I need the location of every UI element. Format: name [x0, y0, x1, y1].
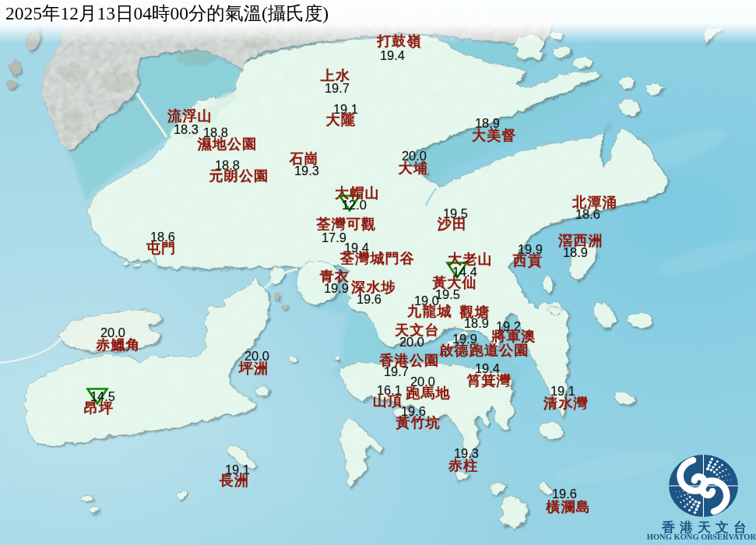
station-name: 大埔 [399, 159, 428, 178]
station-name: 滘西洲 [558, 231, 603, 250]
station-name: 大老山 [448, 250, 493, 269]
logo-halftone-dot [716, 473, 719, 476]
logo-halftone-dot [676, 491, 677, 492]
station-name: 天文台 [395, 321, 440, 339]
logo-halftone-dot [688, 509, 691, 512]
logo-halftone-dot [719, 472, 721, 473]
logo-halftone-dot [720, 480, 721, 481]
logo-halftone-dot [716, 469, 718, 471]
logo-halftone-dot [709, 461, 712, 464]
logo-halftone-dot [711, 458, 714, 461]
logo-halftone-dot [716, 460, 719, 462]
station-name: 赤鱲角 [96, 336, 141, 354]
logo-halftone-dot [679, 491, 680, 492]
station-name: 筲箕灣 [466, 371, 512, 390]
logo-halftone-dot [684, 494, 685, 496]
logo-halftone-dot [723, 480, 724, 481]
station-name: 黃竹坑 [396, 413, 441, 432]
weather-map: 2025年12月13日04時00分的氣溫(攝氏度) 19.4打鼓嶺19.7上水1… [0, 0, 756, 545]
logo-halftone-dot [698, 501, 701, 505]
station-name: 坪洲 [239, 359, 269, 378]
station-name: 觀塘 [460, 303, 490, 322]
logo-halftone-dot [730, 480, 731, 480]
station-name: 西貢 [513, 251, 543, 270]
station-name: 大帽山 [335, 184, 380, 202]
logo-halftone-dot [680, 501, 681, 503]
station-name: 青衣 [320, 267, 350, 286]
logo-halftone-dot [692, 503, 694, 505]
logo-halftone-dot [687, 493, 689, 494]
logo-halftone-dot [689, 496, 691, 498]
logo-halftone-dot [686, 498, 687, 500]
station-name: 赤柱 [448, 456, 478, 475]
logo-halftone-dot [696, 505, 699, 508]
logo-halftone-dot [694, 500, 698, 503]
station-name: 九龍城 [407, 302, 452, 321]
station-name: 山頂 [373, 392, 403, 410]
logo-halftone-dot [694, 512, 697, 515]
station-name: 啟德跑道公園 [439, 341, 529, 360]
hko-logo: 香港天文台 HONG KONG OBSERVATORY [652, 452, 756, 545]
logo-halftone-dot [687, 504, 689, 506]
station-name: 深水埗 [351, 278, 396, 297]
logo-english-name: HONG KONG OBSERVATORY [641, 533, 756, 541]
hko-logo-emblem [652, 452, 756, 519]
logo-halftone-dot [686, 490, 687, 490]
station-name: 沙田 [438, 215, 467, 234]
station-name: 大隴 [326, 111, 356, 129]
logo-halftone-dot [729, 474, 730, 475]
station-name: 跑馬地 [406, 384, 451, 403]
logo-halftone-dot [725, 475, 726, 476]
station-name: 屯門 [146, 239, 176, 258]
station-name: 橫瀾島 [546, 498, 591, 516]
logo-halftone-dot [683, 490, 684, 491]
logo-halftone-dot [691, 506, 693, 508]
logo-halftone-dot [677, 497, 678, 498]
logo-halftone-dot [722, 476, 723, 477]
logo-halftone-dot [713, 471, 716, 473]
logo-halftone-dot [726, 469, 727, 470]
logo-halftone-dot [695, 508, 698, 511]
station-labels-layer: 19.4打鼓嶺19.7上水19.1大隴18.3流浮山18.8濕地公園18.9大美… [0, 0, 756, 545]
logo-halftone-dot [683, 500, 684, 501]
station-name: 荃灣可觀 [317, 215, 377, 234]
station-name: 元朗公園 [209, 167, 269, 185]
station-name: 打鼓嶺 [377, 32, 422, 51]
logo-halftone-dot [706, 467, 709, 470]
logo-halftone-dot [680, 496, 682, 498]
station-name: 北潭涌 [572, 193, 617, 212]
station-name: 濕地公園 [198, 135, 258, 153]
logo-halftone-dot [719, 477, 720, 479]
station-name: 流浮山 [167, 107, 213, 125]
logo-halftone-dot [691, 498, 694, 501]
station-name: 上水 [321, 66, 350, 85]
logo-halftone-dot [721, 464, 723, 466]
logo-halftone-dot [723, 470, 724, 472]
station-name: 長洲 [220, 471, 249, 490]
logo-halftone-dot [727, 480, 728, 480]
station-name: 清水灣 [543, 394, 589, 413]
station-name: 石崗 [290, 149, 319, 168]
logo-halftone-dot [712, 466, 714, 468]
logo-halftone-dot [708, 464, 711, 467]
logo-halftone-dot [689, 501, 691, 503]
logo-halftone-dot [684, 506, 685, 508]
logo-halftone-dot [714, 463, 716, 466]
station-name: 大美督 [472, 126, 517, 145]
logo-halftone-dot [710, 469, 713, 472]
station-name: 香港公園 [380, 351, 440, 370]
station-name: 荃灣城門谷 [340, 249, 415, 268]
station-name: 黃大仙 [432, 273, 477, 292]
logo-halftone-dot [719, 466, 721, 469]
station-name: 昂坪 [84, 399, 114, 417]
